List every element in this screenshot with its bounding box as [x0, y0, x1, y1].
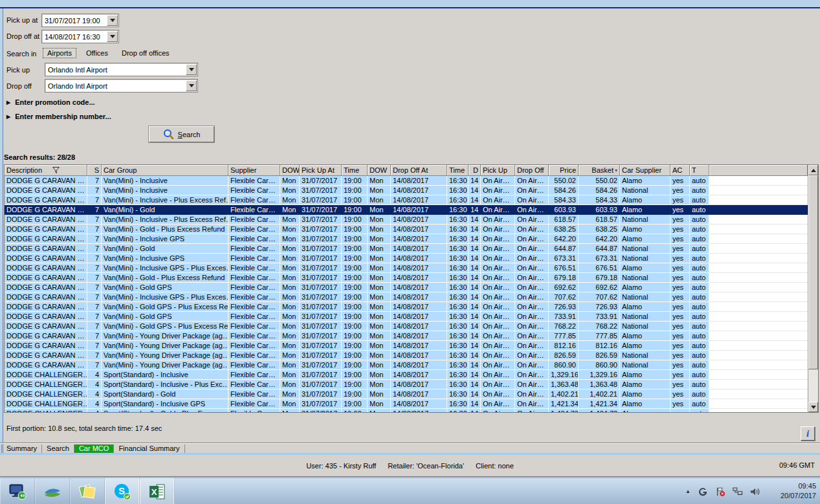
tab-offices[interactable]: Offices [82, 49, 112, 58]
dropoff-at-dropdown-button[interactable] [107, 31, 118, 42]
table-row[interactable]: DODGE G CARAVAN …7Van(Mini) - Gold GPSFl… [5, 283, 808, 292]
pickup-location-dropdown-button[interactable] [186, 64, 197, 75]
info-button[interactable]: i [801, 426, 815, 441]
table-row[interactable]: DODGE G CARAVAN …7Van(Mini) - Inclusive … [5, 292, 808, 302]
table-row[interactable]: DODGE G CARAVAN …7Van(Mini) - Gold GPS -… [5, 322, 808, 331]
cell-s: 7 [87, 254, 102, 263]
tab-drop-off-offices[interactable]: Drop off offices [118, 49, 173, 58]
cell-supplier: Flexible Car… [228, 292, 280, 302]
table-row[interactable]: DODGE G CARAVAN …7Van(Mini) - Young Driv… [5, 331, 808, 341]
scrollbar-track[interactable] [808, 369, 818, 402]
cell-car_supplier: National [620, 215, 670, 225]
table-row[interactable]: DODGE CHALLENGER…4Sport(Standard) - Gold… [5, 389, 808, 399]
column-header-car_supplier[interactable]: Car Supplier [620, 165, 670, 176]
cell-dow_do: Mon [368, 234, 391, 244]
table-row[interactable]: DODGE G CARAVAN …7Van(Mini) - Inclusive … [5, 195, 808, 205]
cell-car_supplier: Alamo [620, 176, 670, 186]
cell-dow_do: Mon [368, 225, 391, 234]
cell-t: auto [690, 351, 709, 360]
membership-number-expander[interactable]: ▶ Enter membership number... [6, 113, 111, 120]
column-header-pick_up_at[interactable]: Pick Up At [300, 165, 342, 176]
table-row[interactable]: DODGE CHALLENGER…4Sport(Standard) - Incl… [5, 370, 808, 380]
cell-pick_up: On Air… [481, 360, 515, 370]
table-row[interactable]: DODGE G CARAVAN …7Van(Mini) - Inclusive … [5, 215, 808, 225]
scrollbar-thumb[interactable] [808, 175, 818, 369]
g-app-tray-icon[interactable] [698, 487, 708, 497]
search-button-label: Search [178, 131, 201, 138]
cell-time_do: 16:30 [447, 215, 469, 225]
cell-car_supplier: Alamo [620, 283, 670, 292]
vertical-scrollbar[interactable] [808, 165, 818, 412]
tab-airports[interactable]: Airports [43, 48, 76, 58]
table-row[interactable]: DODGE G CARAVAN …7Van(Mini) - Gold GPS -… [5, 302, 808, 312]
table-row[interactable]: DODGE G CARAVAN …7Van(Mini) - InclusiveF… [5, 186, 808, 195]
table-row[interactable]: DODGE G CARAVAN …7Van(Mini) - Inclusive … [5, 254, 808, 263]
search-results-count: Search results: 28/28 [4, 153, 75, 161]
table-row[interactable]: DODGE G CARAVAN …7Van(Mini) - Young Driv… [5, 360, 808, 370]
cell-s: 7 [87, 302, 102, 312]
table-row[interactable]: DODGE CHALLENGER…4Sport(Standard) - Gold… [5, 409, 808, 412]
dropoff-location-dropdown-button[interactable] [186, 80, 197, 91]
column-header-drop_off[interactable]: Drop Off [515, 165, 549, 176]
table-row[interactable]: DODGE G CARAVAN …7Van(Mini) - Gold - Plu… [5, 273, 808, 283]
volume-tray-icon[interactable] [750, 487, 760, 497]
dropoff-at-combobox[interactable]: 14/08/2017 16:30 [41, 30, 119, 43]
pickup-at-combobox[interactable]: 31/07/2017 19:00 [41, 14, 119, 27]
user-info-bar: User: 435 - Kirsty Ruff Retailer: 'Ocean… [0, 455, 820, 477]
column-header-pick_up[interactable]: Pick Up [481, 165, 515, 176]
column-header-dow_pu[interactable]: DOW [280, 165, 300, 176]
dropoff-location-combobox[interactable]: Orlando Intl Airport [45, 79, 198, 93]
table-row[interactable]: DODGE CHALLENGER…4Sport(Standard) - Incl… [5, 380, 808, 389]
column-header-car_group[interactable]: Car Group [102, 165, 228, 176]
cell-dow_pu: Mon [280, 341, 300, 351]
tab-search[interactable]: Search [42, 444, 74, 453]
column-header-time_pu[interactable]: Time [342, 165, 368, 176]
table-row[interactable]: DODGE G CARAVAN …7Van(Mini) - Young Driv… [5, 351, 808, 360]
action-center-flag-icon[interactable] [715, 487, 726, 497]
description-filter-icon[interactable] [52, 167, 60, 173]
column-header-dow_do[interactable]: DOW [368, 165, 391, 176]
column-header-drop_off_at[interactable]: Drop Off At [391, 165, 447, 176]
tray-expand-icon[interactable]: ▲ [685, 488, 691, 494]
table-row[interactable]: DODGE G CARAVAN …7Van(Mini) - Inclusive … [5, 263, 808, 273]
table-row[interactable]: DODGE G CARAVAN …7Van(Mini) - Young Driv… [5, 341, 808, 351]
column-header-ac[interactable]: AC [670, 165, 690, 176]
table-row[interactable]: DODGE G CARAVAN …7Van(Mini) - Gold GPSFl… [5, 312, 808, 322]
taskbar-photos-button[interactable] [35, 478, 70, 504]
scroll-up-button[interactable] [808, 165, 818, 175]
table-row[interactable]: DODGE G CARAVAN …7Van(Mini) - GoldFlexib… [5, 205, 808, 215]
search-button[interactable]: Search [149, 126, 214, 142]
table-row[interactable]: DODGE G CARAVAN …7Van(Mini) - GoldFlexib… [5, 244, 808, 254]
scroll-down-button[interactable] [808, 402, 818, 412]
network-tray-icon[interactable] [733, 487, 743, 497]
column-header-d[interactable]: D [469, 165, 481, 176]
column-header-s[interactable]: S [87, 165, 102, 176]
taskbar-sticky-notes-button[interactable] [70, 478, 105, 504]
tab-summary[interactable]: Summary [1, 444, 42, 453]
column-header-price[interactable]: Price [549, 165, 579, 176]
column-header-basket[interactable]: Basket▾ [579, 165, 620, 176]
tab-car-mco[interactable]: Car MCO [74, 444, 114, 453]
column-header-supplier[interactable]: Supplier [228, 165, 280, 176]
table-row[interactable]: DODGE G CARAVAN …7Van(Mini) - InclusiveF… [5, 176, 808, 186]
tab-financial-summary[interactable]: Financial Summary [114, 444, 184, 453]
taskbar-excel-button[interactable]: X [140, 478, 175, 504]
taskbar-skype-button[interactable]: S [105, 478, 140, 504]
pickup-location-combobox[interactable]: Orlando Intl Airport [45, 63, 198, 76]
taskbar-remote-desktop-button[interactable] [0, 478, 35, 504]
taskbar-clock[interactable]: 09:45 20/07/2017 [764, 481, 816, 501]
pickup-at-dropdown-button[interactable] [107, 15, 118, 26]
column-header-label: Pick Up At [302, 166, 335, 174]
cell-supplier: Flexible Car… [228, 380, 280, 389]
cell-s: 7 [87, 234, 102, 244]
column-header-t[interactable]: T [690, 165, 709, 176]
table-row[interactable]: DODGE G CARAVAN …7Van(Mini) - Gold - Plu… [5, 225, 808, 234]
column-header-description[interactable]: Description [5, 165, 87, 176]
table-row[interactable]: DODGE CHALLENGER…4Sport(Standard) - Incl… [5, 399, 808, 409]
cell-pick_up_at: 31/07/2017 [300, 370, 342, 380]
cell-car_supplier: Alamo [620, 302, 670, 312]
column-header-time_do[interactable]: Time [447, 165, 469, 176]
promotion-code-expander[interactable]: ▶ Enter promotion code... [6, 98, 95, 106]
cell-dow_pu: Mon [280, 205, 300, 215]
table-row[interactable]: DODGE G CARAVAN …7Van(Mini) - Inclusive … [5, 234, 808, 244]
